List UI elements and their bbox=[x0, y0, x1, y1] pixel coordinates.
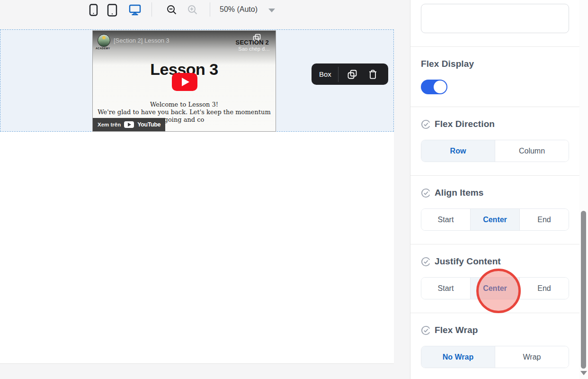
justify-content-control: Start Center End bbox=[421, 277, 569, 299]
toolbar-separator bbox=[210, 2, 210, 17]
channel-avatar[interactable] bbox=[98, 34, 110, 47]
selection-toolbar: Box bbox=[312, 63, 388, 85]
toolbar-separator bbox=[151, 2, 152, 17]
check-circle-icon bbox=[421, 325, 431, 335]
toggle-knob bbox=[434, 81, 446, 93]
video-overlay-title[interactable]: [Section 2] Lesson 3 bbox=[114, 37, 169, 44]
delete-button[interactable] bbox=[366, 67, 380, 81]
flex-wrap-title: Flex Wrap bbox=[435, 325, 478, 335]
flex-wrap-nowrap-button[interactable]: No Wrap bbox=[421, 346, 495, 368]
selected-element-label: Box bbox=[319, 70, 331, 78]
avatar-sun-decoration bbox=[102, 36, 106, 39]
youtube-play-button[interactable] bbox=[172, 73, 197, 91]
align-items-control: Start Center End bbox=[421, 208, 569, 231]
editor-canvas-area: 50% (Auto) ACADEMY [Section 2] Lesson 3 … bbox=[0, 0, 410, 379]
sidebar-scrollbar-thumb[interactable] bbox=[581, 211, 586, 369]
device-tablet-icon[interactable] bbox=[106, 4, 118, 16]
selection-toolbar-separator bbox=[338, 67, 339, 82]
check-circle-icon bbox=[421, 119, 431, 129]
flex-direction-title: Flex Direction bbox=[435, 119, 495, 129]
section-divider bbox=[410, 107, 579, 107]
flex-wrap-control: No Wrap Wrap bbox=[421, 346, 569, 368]
page-canvas[interactable]: ACADEMY [Section 2] Lesson 3 SECTION 2 S… bbox=[0, 29, 394, 364]
device-desktop-icon[interactable] bbox=[129, 4, 141, 16]
watch-on-youtube-button[interactable]: Xem trên YouTube bbox=[93, 118, 165, 131]
scrollbar-down-arrow-icon[interactable] bbox=[580, 371, 587, 375]
flex-wrap-wrap-button[interactable]: Wrap bbox=[495, 346, 569, 368]
play-triangle-icon bbox=[182, 78, 189, 86]
flex-display-section-header: Flex Display bbox=[421, 59, 474, 69]
channel-avatar-caption: ACADEMY bbox=[96, 47, 110, 50]
chevron-down-icon[interactable] bbox=[268, 9, 275, 12]
flex-direction-column-button[interactable]: Column bbox=[495, 140, 569, 162]
align-items-start-button[interactable]: Start bbox=[421, 209, 471, 230]
justify-content-start-button[interactable]: Start bbox=[421, 278, 471, 299]
justify-content-center-button[interactable]: Center bbox=[471, 278, 520, 299]
zoom-in-icon[interactable] bbox=[187, 4, 199, 16]
align-items-title: Align Items bbox=[435, 188, 484, 198]
youtube-brand-label: YouTube bbox=[137, 121, 160, 128]
align-items-end-button[interactable]: End bbox=[520, 209, 569, 230]
section-divider bbox=[410, 313, 579, 313]
check-circle-icon bbox=[421, 257, 431, 267]
watch-on-label: Xem trên bbox=[98, 122, 121, 127]
check-circle-icon bbox=[421, 188, 431, 198]
align-items-section-header: Align Items bbox=[421, 188, 484, 198]
section-divider bbox=[410, 175, 579, 176]
copy-link-hint[interactable]: Sao chép đ… bbox=[238, 46, 270, 52]
flex-direction-row-button[interactable]: Row bbox=[421, 140, 495, 162]
zoom-out-icon[interactable] bbox=[166, 4, 178, 16]
style-settings-sidebar: Flex Display Flex Direction Row Column A… bbox=[410, 0, 588, 379]
thumbnail-body-line: Welcome to Lesson 3! bbox=[93, 101, 276, 108]
justify-content-title: Justify Content bbox=[435, 256, 501, 267]
align-items-center-button[interactable]: Center bbox=[471, 209, 520, 230]
flex-direction-control: Row Column bbox=[421, 140, 569, 162]
thumbnail-body-line: We're glad to have you back. Let's keep … bbox=[93, 108, 276, 116]
flex-display-title: Flex Display bbox=[421, 59, 474, 69]
flex-wrap-section-header: Flex Wrap bbox=[421, 325, 478, 335]
justify-content-end-button[interactable]: End bbox=[520, 278, 569, 299]
youtube-logo-icon bbox=[124, 121, 134, 128]
device-mobile-icon[interactable] bbox=[87, 4, 99, 16]
thumbnail-section-label: SECTION 2 bbox=[236, 39, 269, 46]
section-divider bbox=[410, 244, 579, 244]
notes-input[interactable] bbox=[421, 4, 569, 33]
section-divider bbox=[410, 46, 579, 47]
flex-display-toggle[interactable] bbox=[421, 80, 447, 94]
zoom-level-label[interactable]: 50% (Auto) bbox=[220, 5, 258, 14]
canvas-toolbar: 50% (Auto) bbox=[0, 0, 410, 29]
justify-content-section-header: Justify Content bbox=[421, 256, 501, 267]
youtube-video-embed[interactable]: ACADEMY [Section 2] Lesson 3 SECTION 2 S… bbox=[92, 30, 276, 132]
duplicate-button[interactable] bbox=[345, 67, 359, 81]
flex-direction-section-header: Flex Direction bbox=[421, 119, 495, 129]
